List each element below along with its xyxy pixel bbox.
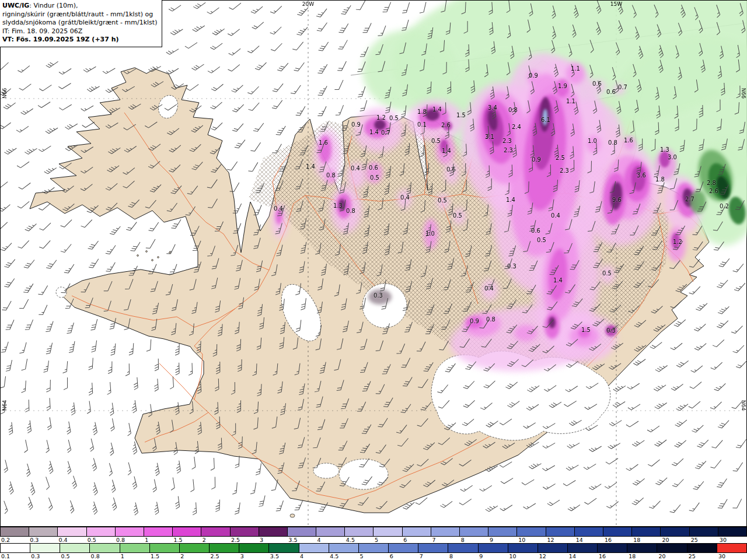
wind-barb [109,480,116,493]
wind-barb [710,399,722,410]
wind-barb [501,475,513,485]
wind-barb [18,198,29,209]
wind-barb [655,400,667,410]
colorbar-cell [359,544,389,552]
wind-barb [106,382,111,394]
wind-barb [358,85,365,98]
wind-barb [44,164,57,174]
wind-barb [132,502,138,515]
wind-barb [338,38,347,51]
wind-barb [319,40,329,52]
colorbar-cell [546,527,575,536]
wind-barb [211,477,215,489]
wind-barb [734,281,745,292]
wind-barb [256,463,261,475]
wind-barb [153,379,158,391]
colorbar-tick-label: 6 [389,553,418,559]
wind-barb [8,422,13,435]
wind-barb [235,138,245,150]
colorbar-tick-label: 4.5 [345,537,374,543]
wind-barb [692,422,703,433]
wind-barb [70,402,75,415]
colorbar-cell [173,527,201,536]
colorbar-tick-label: 3 [259,537,287,543]
wind-barb [107,443,114,456]
wind-barb [543,481,555,490]
wind-barb [129,343,134,355]
wind-barb [1,86,11,96]
wind-barb [39,82,51,92]
wind-barb [543,440,555,449]
precip-area [368,289,392,304]
colorbar-tick-label: 1.5 [172,537,201,543]
wind-barb [46,398,51,410]
wind-barb [733,342,744,354]
wind-barb [207,5,219,15]
title-line-3: slydda/snjókoma (grátt/bleikt/grænt - mm… [2,19,157,27]
wind-barb [22,358,27,371]
wind-barb [711,438,722,449]
wind-barb [273,81,283,93]
wind-barb [297,5,308,17]
colorbar-tick-label: 5 [374,537,402,543]
wind-barb [341,4,351,16]
wind-barb [563,477,575,487]
precip-area [631,166,645,191]
wind-barb [459,496,472,506]
colorbar-rain [0,527,747,537]
colorbar-cell [603,527,632,536]
wind-barb [151,480,157,492]
colorbar-tick-label: 20 [657,553,687,559]
colorbar-cell [627,544,657,552]
wind-barb [88,239,99,251]
wind-barb [65,121,77,130]
wind-barb [250,482,256,495]
wind-barb [110,498,117,510]
forecast-title-box: UWC/IG: Vindur (10m), rigning/skúrir (gr… [0,0,162,47]
wind-barb [166,65,179,75]
wind-barb [337,60,346,72]
wind-barb [317,104,326,117]
wind-barb [18,63,29,74]
wind-barb [4,145,16,155]
wind-barb [46,125,58,135]
wind-barb [235,456,239,468]
wind-barb [292,40,303,51]
wind-barb [291,83,301,95]
wind-barb [229,1,241,10]
colorbar-tick-label: 12 [538,553,568,559]
colorbar-tick-label: 8 [448,553,478,559]
wind-barb [711,359,722,370]
colorbar-tick-label: 16 [598,553,627,559]
wind-barb [23,282,33,294]
wind-barb [713,337,724,348]
wind-barb [694,341,706,352]
precip-area [690,190,706,214]
wind-barb [43,440,50,453]
map-svg [1,1,747,527]
wind-barb [731,323,742,335]
wind-barb [126,220,137,232]
wind-barb [605,480,617,490]
colorbar-tick-label: 8 [460,537,488,543]
colorbar-cell [180,544,210,552]
precip-area [397,190,411,208]
wind-barb [208,64,220,74]
wind-barb [125,423,131,436]
colorbar-tick-label: 4 [299,553,329,559]
wind-barb [25,318,33,331]
wind-barb [714,381,726,392]
wind-barb [174,496,180,509]
colorbar-cell [431,527,460,536]
wind-barb [193,23,205,33]
wind-barb [166,46,179,55]
wind-barb [211,81,223,92]
wind-barb [4,276,14,289]
colorbar-cell [150,544,180,552]
wind-barb [500,502,512,512]
wind-barb [718,497,727,509]
wind-barb [61,217,72,228]
colorbar-cell [661,527,689,536]
wind-barb [19,298,29,310]
wind-barb [189,480,194,492]
